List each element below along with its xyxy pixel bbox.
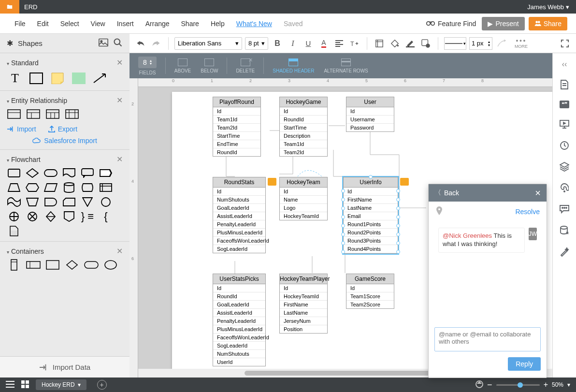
- arrow-shape[interactable]: [92, 71, 108, 86]
- back-button[interactable]: 〈Back: [434, 189, 459, 197]
- menu-file[interactable]: File: [9, 20, 31, 28]
- fc-brace2[interactable]: {: [99, 211, 113, 222]
- delete-row-button[interactable]: ✕DELETE: [232, 58, 259, 73]
- gear-icon[interactable]: ✱: [7, 39, 13, 48]
- entity-user-info[interactable]: UserInfo Id FirstName LastName Email Rou…: [343, 177, 398, 254]
- share-button[interactable]: Share: [529, 17, 567, 30]
- cont-4[interactable]: [65, 260, 79, 270]
- menu-arrange[interactable]: Arrange: [140, 20, 175, 28]
- presentation-icon[interactable]: [559, 119, 570, 130]
- menu-view[interactable]: View: [85, 20, 111, 28]
- export-link[interactable]: Export: [48, 125, 77, 133]
- fc-terminator[interactable]: [43, 168, 58, 178]
- fc-offpage[interactable]: [62, 211, 76, 222]
- fc-merge[interactable]: [80, 197, 95, 207]
- fc-para[interactable]: [43, 182, 58, 193]
- image-icon[interactable]: [99, 38, 108, 48]
- align-button[interactable]: [333, 37, 346, 50]
- zoom-level[interactable]: 50%: [552, 381, 563, 388]
- line-style-select[interactable]: ▾: [444, 37, 466, 50]
- collapse-panel-icon[interactable]: ‹‹: [562, 60, 567, 69]
- zoom-slider[interactable]: [496, 384, 540, 386]
- erd-shape-1[interactable]: [7, 109, 21, 119]
- close-icon[interactable]: ✕: [116, 155, 123, 164]
- fc-note2[interactable]: [7, 226, 21, 236]
- close-icon[interactable]: ✕: [116, 96, 123, 105]
- layers-icon[interactable]: [559, 161, 570, 172]
- close-button[interactable]: ×: [535, 188, 541, 199]
- magic-icon[interactable]: [559, 247, 570, 257]
- comment-tag-icon[interactable]: [400, 178, 409, 186]
- line-width-select[interactable]: 1 px▴▾: [469, 37, 492, 50]
- zoom-out-button[interactable]: −: [487, 380, 492, 390]
- entity-hockey-team[interactable]: HockeyTeam Id Name Logo HockeyTeamId: [279, 177, 328, 220]
- fc-hex[interactable]: [25, 182, 40, 193]
- line-arrow-button[interactable]: [495, 37, 508, 50]
- entity-user[interactable]: User Id Username Password: [346, 97, 394, 132]
- more-button[interactable]: ●●●MORE: [515, 38, 528, 49]
- note-shape[interactable]: [49, 71, 66, 86]
- import-data-button[interactable]: Import Data: [0, 356, 130, 377]
- undo-button[interactable]: [134, 37, 147, 50]
- close-icon[interactable]: ✕: [116, 58, 123, 67]
- entity-playoff-round[interactable]: PlayoffRound Id Team1Id Team2Id StartTim…: [213, 97, 261, 157]
- fc-sum[interactable]: [7, 211, 21, 222]
- reply-button[interactable]: Reply: [508, 357, 541, 371]
- menu-select[interactable]: Select: [55, 20, 85, 28]
- menu-help[interactable]: Help: [205, 20, 230, 28]
- alternate-rows-button[interactable]: ALTERNATE ROWS: [320, 58, 372, 73]
- fc-card[interactable]: [62, 197, 76, 207]
- paint-icon[interactable]: [559, 183, 570, 193]
- entity-hockey-team-player[interactable]: HockeyTeamPlayer Id HockeyTeamId FirstNa…: [279, 274, 328, 334]
- shape-size-button[interactable]: [373, 37, 386, 50]
- feature-find[interactable]: Feature Find: [426, 19, 476, 28]
- cont-3[interactable]: [45, 260, 60, 270]
- fields-control[interactable]: 8▴▾ FIELDS: [134, 57, 160, 75]
- rect-shape[interactable]: [28, 71, 44, 86]
- reply-input[interactable]: [434, 327, 541, 351]
- fc-sort[interactable]: [43, 211, 58, 222]
- entity-round-stats[interactable]: RoundStats Id NumShutouts GoalLeaderId A…: [213, 177, 266, 253]
- salesforce-import-link[interactable]: Salesforce Import: [7, 137, 123, 145]
- cont-1[interactable]: [7, 260, 21, 270]
- search-icon[interactable]: [113, 38, 123, 49]
- insert-above-button[interactable]: ABOVE: [171, 58, 195, 73]
- add-page-button[interactable]: +: [97, 380, 107, 390]
- fc-brace[interactable]: } ≡: [80, 211, 95, 222]
- quote-icon[interactable]: ❝❞: [560, 101, 569, 108]
- fc-diamond[interactable]: [25, 168, 40, 178]
- entity-user-stats-picks[interactable]: UserStatsPicks Id RoundId GoalLeaderId A…: [213, 274, 266, 366]
- font-select[interactable]: Liberation Sans▾: [174, 37, 242, 50]
- history-icon[interactable]: [559, 140, 570, 151]
- resolve-link[interactable]: Resolve: [515, 208, 540, 216]
- close-icon[interactable]: ✕: [116, 247, 123, 256]
- italic-button[interactable]: I: [287, 37, 299, 50]
- data-icon[interactable]: [559, 225, 570, 236]
- erd-shape-2[interactable]: [26, 109, 41, 119]
- fc-trap[interactable]: [7, 182, 21, 193]
- redo-button[interactable]: [150, 37, 162, 50]
- document-outline-icon[interactable]: [559, 79, 570, 90]
- text-shape[interactable]: T: [7, 71, 23, 86]
- entity-game-score[interactable]: GameScore Id Team1Score Team2Score: [346, 274, 394, 309]
- menu-share[interactable]: Share: [175, 20, 205, 28]
- grid-view-icon[interactable]: [21, 380, 29, 390]
- fc-doc[interactable]: [62, 168, 76, 178]
- list-view-icon[interactable]: [6, 381, 14, 389]
- cont-6[interactable]: [103, 260, 118, 270]
- bold-button[interactable]: B: [271, 37, 284, 50]
- text-options-button[interactable]: T: [348, 37, 361, 50]
- page-tab[interactable]: Hockey ERD▾: [36, 379, 86, 390]
- erd-shape-3[interactable]: [45, 109, 60, 119]
- erd-shape-4[interactable]: [65, 109, 79, 119]
- underline-button[interactable]: U: [302, 37, 315, 50]
- cont-2[interactable]: [26, 260, 41, 270]
- line-color-button[interactable]: [404, 37, 417, 50]
- cont-5[interactable]: [84, 260, 99, 270]
- fc-callout[interactable]: [80, 168, 95, 178]
- fc-conn[interactable]: [99, 197, 113, 207]
- shape-style-button[interactable]: [419, 37, 432, 50]
- font-size-select[interactable]: 8 pt▾: [245, 37, 268, 50]
- menu-edit[interactable]: Edit: [31, 20, 55, 28]
- menu-whats-new[interactable]: What's New: [230, 20, 278, 28]
